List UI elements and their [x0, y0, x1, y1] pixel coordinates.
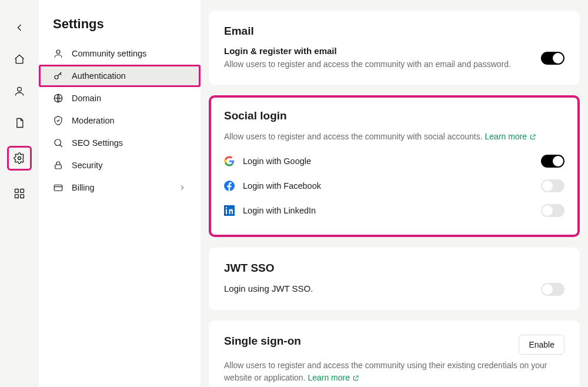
svg-point-7	[55, 75, 58, 79]
apps-icon[interactable]	[12, 186, 27, 201]
linkedin-icon	[224, 205, 235, 216]
nav-seo-settings[interactable]: SEO Settings	[39, 132, 201, 154]
social-login-card: Social login Allow users to register and…	[209, 95, 580, 237]
social-title: Social login	[224, 109, 564, 122]
sso-desc: Allow users to register and access the c…	[224, 359, 564, 384]
sso-learn-more-link[interactable]: Learn more	[308, 372, 359, 384]
sso-card: Single sign-on Enable Allow users to reg…	[209, 321, 580, 387]
document-icon[interactable]	[12, 115, 27, 131]
facebook-toggle[interactable]	[541, 179, 564, 192]
settings-panel: Settings Community settings Authenticati…	[39, 0, 201, 387]
svg-point-9	[55, 139, 61, 146]
settings-nav: Community settings Authentication Domain…	[39, 42, 201, 199]
main-content: Email Login & register with email Allow …	[201, 0, 588, 387]
email-toggle[interactable]	[541, 52, 564, 65]
icon-rail	[0, 0, 39, 387]
nav-label: Moderation	[72, 116, 115, 125]
nav-label: Authentication	[72, 71, 126, 81]
settings-title: Settings	[39, 16, 201, 42]
provider-label: Login with Google	[243, 156, 311, 166]
google-toggle[interactable]	[541, 155, 564, 168]
nav-label: Community settings	[72, 49, 146, 58]
chevron-right-icon	[178, 184, 186, 192]
external-link-icon	[352, 375, 359, 382]
external-link-icon	[529, 134, 536, 141]
nav-label: SEO Settings	[72, 138, 123, 148]
svg-point-0	[18, 87, 22, 91]
svg-rect-3	[21, 189, 24, 193]
svg-point-6	[56, 50, 60, 54]
provider-label: Login with LinkedIn	[243, 206, 316, 215]
email-desc: Allow users to register and access the c…	[224, 58, 541, 71]
nav-security[interactable]: Security	[39, 154, 201, 176]
jwt-desc: Login using JWT SSO.	[224, 283, 541, 293]
provider-linkedin: Login with LinkedIn	[224, 198, 564, 223]
nav-authentication[interactable]: Authentication	[39, 65, 201, 87]
provider-facebook: Login with Facebook	[224, 174, 564, 198]
sso-title: Single sign-on	[224, 335, 301, 348]
email-card: Email Login & register with email Allow …	[209, 11, 580, 85]
jwt-card: JWT SSO Login using JWT SSO.	[209, 248, 580, 310]
nav-label: Security	[72, 161, 102, 170]
facebook-icon	[224, 181, 235, 191]
social-desc: Allow users to register and access the c…	[224, 131, 564, 143]
user-icon[interactable]	[12, 84, 27, 99]
home-icon[interactable]	[12, 52, 27, 67]
nav-billing[interactable]: Billing	[39, 176, 201, 199]
nav-moderation[interactable]: Moderation	[39, 109, 201, 132]
google-icon	[224, 156, 235, 166]
email-subtitle: Login & register with email	[224, 46, 541, 56]
provider-label: Login with Facebook	[243, 181, 321, 191]
provider-google: Login with Google	[224, 149, 564, 174]
jwt-title: JWT SSO	[224, 262, 564, 275]
svg-rect-4	[15, 195, 19, 198]
svg-rect-11	[54, 185, 62, 191]
svg-rect-10	[55, 165, 62, 169]
svg-rect-2	[15, 189, 19, 193]
nav-label: Domain	[72, 94, 101, 103]
email-title: Email	[224, 25, 564, 38]
back-icon[interactable]	[12, 20, 27, 35]
svg-rect-5	[21, 195, 24, 198]
settings-icon[interactable]	[7, 146, 32, 171]
svg-point-1	[18, 157, 21, 160]
nav-label: Billing	[72, 183, 95, 192]
social-learn-more-link[interactable]: Learn more	[485, 131, 537, 143]
sso-enable-button[interactable]: Enable	[519, 335, 564, 355]
nav-domain[interactable]: Domain	[39, 87, 201, 109]
linkedin-toggle[interactable]	[541, 204, 564, 217]
nav-community-settings[interactable]: Community settings	[39, 42, 201, 65]
jwt-toggle[interactable]	[541, 283, 564, 296]
